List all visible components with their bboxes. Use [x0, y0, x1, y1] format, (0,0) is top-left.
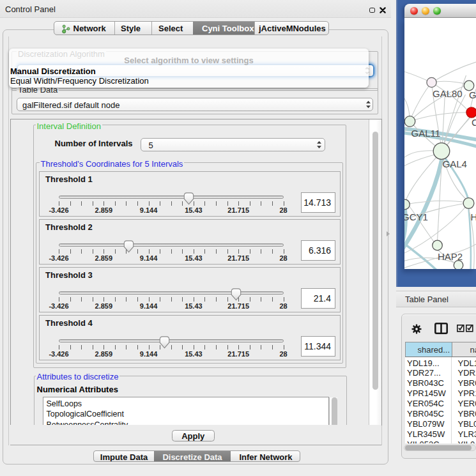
- svg-text:GAL11: GAL11: [411, 128, 440, 139]
- svg-text:GAL4: GAL4: [442, 158, 466, 169]
- svg-text:C…: C…: [472, 117, 476, 128]
- svg-text:GCY1: GCY1: [404, 211, 428, 222]
- svg-text:H: H: [470, 211, 476, 222]
- svg-text:GAL80: GAL80: [433, 88, 463, 99]
- svg-text:HAP2: HAP2: [438, 251, 463, 262]
- svg-text:G…: G…: [469, 89, 476, 100]
